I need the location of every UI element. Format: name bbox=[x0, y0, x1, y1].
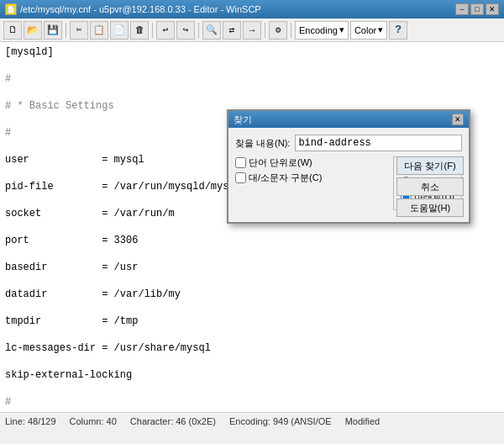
app-icon: 📄 bbox=[5, 3, 17, 15]
separator-2 bbox=[152, 23, 153, 38]
find-dialog: 찾기 ✕ 찾을 내용(N): 단어 단위로(W) bbox=[227, 109, 470, 224]
minimize-button[interactable]: − bbox=[455, 3, 469, 15]
status-line: Line: 48/129 bbox=[5, 416, 56, 426]
cancel-button[interactable]: 취소 bbox=[396, 177, 464, 196]
encoding-dropdown[interactable]: Encoding ▾ bbox=[295, 21, 349, 40]
settings-button[interactable]: ⚙ bbox=[269, 21, 287, 40]
line-11: tmpdir = /tmp bbox=[5, 314, 499, 328]
case-sensitive-label: 대/소문자 구분(C) bbox=[249, 172, 322, 184]
dialog-title-bar: 찾기 ✕ bbox=[228, 111, 469, 128]
editor-area[interactable]: [mysqld] # # * Basic Settings # user = m… bbox=[0, 42, 504, 412]
line-1: [mysqld] bbox=[5, 45, 499, 59]
separator-5 bbox=[291, 23, 291, 38]
case-sensitive-row: 대/소문자 구분(C) bbox=[235, 172, 383, 184]
open-button[interactable]: 📂 bbox=[24, 21, 42, 40]
word-match-row: 단어 단위로(W) bbox=[235, 156, 383, 169]
help-button[interactable]: 도움말(H) bbox=[396, 198, 464, 217]
separator-3 bbox=[198, 23, 199, 38]
copy-button[interactable]: 📋 bbox=[90, 21, 108, 40]
find-button[interactable]: 🔍 bbox=[202, 21, 221, 40]
replace-button[interactable]: ⇄ bbox=[223, 21, 241, 40]
separator-4 bbox=[265, 23, 265, 38]
dialog-title-text: 찾기 bbox=[234, 114, 252, 126]
encoding-dropdown-arrow: ▾ bbox=[339, 24, 344, 35]
dialog-action-buttons: 다음 찾기(F) 취소 도움말(H) bbox=[391, 151, 469, 222]
color-dropdown-arrow: ▾ bbox=[378, 24, 383, 35]
color-label: Color bbox=[354, 25, 376, 35]
title-bar: 📄 /etc/mysql/my.cnf - u5pvr@192.168.0.33… bbox=[0, 0, 504, 18]
cut-button[interactable]: ✂ bbox=[70, 21, 88, 40]
status-character: Character: 46 (0x2E) bbox=[130, 416, 216, 426]
delete-button[interactable]: 🗑 bbox=[130, 21, 149, 40]
search-row: 찾을 내용(N): bbox=[235, 135, 462, 151]
line-10: datadir = /var/lib/my bbox=[5, 288, 499, 301]
line-2: # bbox=[5, 72, 499, 86]
window-controls: − □ ✕ bbox=[455, 3, 499, 15]
dialog-close-button[interactable]: ✕ bbox=[452, 114, 464, 125]
close-button[interactable]: ✕ bbox=[486, 3, 499, 15]
redo-button[interactable]: ↪ bbox=[176, 21, 195, 40]
save-button[interactable]: 💾 bbox=[44, 21, 62, 40]
line-14: # bbox=[5, 395, 499, 409]
word-match-label: 단어 단위로(W) bbox=[249, 156, 312, 169]
help-button[interactable]: ? bbox=[389, 21, 407, 40]
word-match-checkbox[interactable] bbox=[235, 157, 246, 168]
line-9: basedir = /usr bbox=[5, 261, 499, 274]
line-12: lc-messages-dir = /usr/share/mysql bbox=[5, 341, 499, 355]
maximize-button[interactable]: □ bbox=[470, 3, 484, 15]
line-13: skip-external-locking bbox=[5, 368, 499, 382]
find-next-button[interactable]: 다음 찾기(F) bbox=[396, 156, 464, 175]
status-encoding: Encoding: 949 (ANSI/OE bbox=[229, 416, 332, 426]
status-column: Column: 40 bbox=[70, 416, 117, 426]
status-bar: Line: 48/129 Column: 40 Character: 46 (0… bbox=[0, 412, 504, 429]
search-label: 찾을 내용(N): bbox=[235, 137, 290, 150]
goto-button[interactable]: → bbox=[243, 21, 261, 40]
checkbox-group: 단어 단위로(W) 대/소문자 구분(C) bbox=[235, 156, 383, 210]
toolbar: 🗋 📂 💾 ✂ 📋 📄 🗑 ↩ ↪ 🔍 ⇄ → ⚙ Encoding ▾ Col… bbox=[0, 18, 504, 42]
separator-1 bbox=[66, 23, 66, 38]
new-button[interactable]: 🗋 bbox=[3, 21, 22, 40]
search-input[interactable] bbox=[295, 135, 462, 151]
undo-button[interactable]: ↩ bbox=[156, 21, 175, 40]
line-8: port = 3306 bbox=[5, 234, 499, 247]
case-sensitive-checkbox[interactable] bbox=[235, 172, 246, 183]
paste-button[interactable]: 📄 bbox=[110, 21, 129, 40]
color-dropdown[interactable]: Color ▾ bbox=[350, 21, 387, 40]
encoding-label: Encoding bbox=[299, 25, 338, 35]
window-title: /etc/mysql/my.cnf - u5pvr@192.168.0.33 -… bbox=[20, 4, 261, 14]
status-modified: Modified bbox=[345, 416, 381, 426]
